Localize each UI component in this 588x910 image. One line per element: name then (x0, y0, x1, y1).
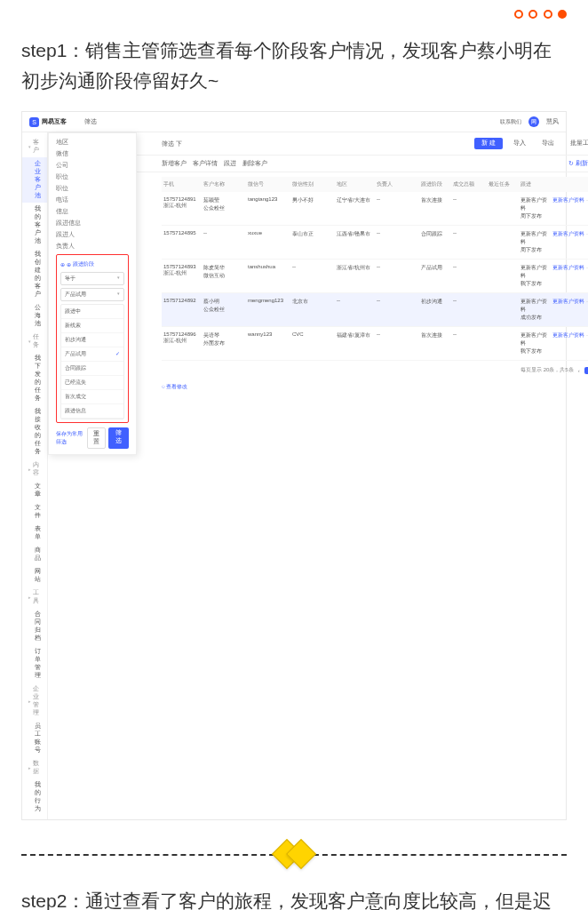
table-cell: 更新客户资料周下发布 (519, 226, 551, 259)
apply-filter-button[interactable]: 筛 选 (108, 427, 129, 449)
sidebar-group[interactable]: 工具 (22, 587, 47, 608)
sidebar-item[interactable]: 企业客户池 (22, 157, 47, 203)
table-cell (487, 259, 519, 293)
sidebar-item[interactable]: 员工账号 (22, 720, 47, 757)
stage-option[interactable]: 新线索 (61, 319, 123, 333)
user-name: 慧风 (546, 117, 559, 126)
filter-field[interactable]: 职位 (56, 185, 129, 193)
table-cell: 福建省/厦漳市 (335, 327, 375, 361)
sidebar-item[interactable]: 文章 (22, 480, 47, 501)
table-cell: 15757124895 (162, 226, 202, 259)
refresh-list-link[interactable]: 刷新列表 (568, 160, 588, 168)
stage-option[interactable]: 跟进中 (61, 305, 123, 319)
filter-field[interactable]: 地区 (56, 139, 129, 147)
filter-field[interactable]: 跟进人 (56, 231, 129, 239)
save-filter-link[interactable]: 保存为常用筛选 (56, 430, 83, 446)
stage-value-select[interactable]: 产品试用 (60, 288, 124, 301)
toolbar-item[interactable]: 新增客户 (162, 159, 187, 168)
table-cell: 15757124896浙江-杭州 (162, 327, 202, 361)
stage-option[interactable]: 跟进信息 (61, 404, 123, 419)
sidebar-item[interactable]: 合同归档 (22, 608, 47, 645)
table-cell: -- (375, 293, 419, 327)
filter-field[interactable]: 职位 (56, 173, 129, 181)
table-cell: 江西省/赣果市 (335, 226, 375, 259)
table-cell: 更新客户资料我下发布 (519, 259, 551, 293)
breadcrumb-filter[interactable]: 筛选 下 (162, 140, 182, 148)
sidebar-item[interactable]: 商品 (22, 544, 47, 565)
table-cell: tanshushua (246, 259, 290, 293)
contact-us-link[interactable]: 联系我们 (500, 118, 521, 126)
table-cell: -- (451, 192, 487, 226)
table-cell: 男小不好 (290, 192, 335, 226)
reset-button[interactable]: 重置 (87, 427, 106, 449)
filter-field[interactable]: 微信 (56, 150, 129, 158)
row-action-link[interactable]: 更新客户资料 (552, 197, 584, 203)
app-topbar: S 网易互客 筛选 联系我们 网 慧风 (22, 112, 566, 132)
stage-option[interactable]: 合同跟踪 (61, 362, 123, 376)
sidebar-item[interactable]: 表单 (22, 523, 47, 544)
table-cell: -- (202, 226, 246, 259)
table-cell: -- (375, 226, 419, 259)
table-cell: -- (375, 259, 419, 293)
pager-prev[interactable]: ‹ (578, 368, 580, 373)
table-cell: -- (290, 259, 335, 293)
sidebar-item[interactable]: 公海池 (22, 301, 47, 331)
sidebar-item[interactable]: 我下发的任务 (22, 352, 47, 405)
new-button[interactable]: 新 建 (474, 138, 503, 149)
sidebar-item[interactable]: 网站 (22, 565, 47, 587)
box-title: ⊕跟进阶段 (60, 260, 124, 268)
row-action-link[interactable]: 更新客户资料 (552, 299, 584, 304)
stage-option[interactable]: 首次成交 (61, 390, 123, 404)
table-header: 手机 (162, 177, 202, 192)
filter-field[interactable]: 负责人 (56, 243, 129, 251)
user-avatar-icon[interactable]: 网 (528, 116, 539, 127)
sidebar-item[interactable]: 我的客户池 (22, 203, 47, 248)
filter-field[interactable]: 公司 (56, 162, 129, 170)
toolbar-item[interactable]: 客户详情 (193, 159, 218, 168)
sidebar-group[interactable]: 客户 (22, 136, 47, 157)
toolbar-item[interactable]: 删除客户 (242, 159, 267, 168)
table-header: 地区 (335, 177, 375, 192)
table-cell: 合同跟踪 (419, 226, 451, 259)
table-cell: -- (451, 259, 487, 293)
table-cell: 更新客户资料 ⋯ (551, 192, 588, 226)
table-cell: -- (375, 192, 419, 226)
sidebar-group[interactable]: 任务 (22, 331, 47, 352)
pager-info: 每页显示 20条，共5条 (520, 366, 574, 374)
operator-select[interactable]: 等于 (60, 272, 124, 285)
sidebar-item[interactable]: 订单管理 (22, 645, 47, 682)
sidebar-group[interactable]: 内容 (22, 459, 47, 480)
filter-field[interactable]: 电话 (56, 196, 129, 204)
table-cell: mengmeng123 (246, 293, 290, 327)
batch-tools-button[interactable]: 批量工具 (565, 138, 588, 149)
table-cell: -- (451, 327, 487, 361)
sidebar-group[interactable]: 企业管理 (22, 682, 47, 720)
pager-page[interactable]: 1 (584, 367, 588, 374)
row-action-link[interactable]: 更新客户资料 (552, 231, 584, 236)
table-cell: -- (451, 293, 487, 327)
filter-field[interactable]: 信息 (56, 208, 129, 216)
import-button[interactable]: 导入 (508, 138, 531, 149)
sidebar-item[interactable]: 文件 (22, 501, 47, 523)
table-cell (487, 293, 519, 327)
table-header: 最近任务 (487, 177, 519, 192)
sidebar-item[interactable]: 我创建的客户 (22, 248, 47, 301)
sidebar-item[interactable]: 我的行为 (22, 778, 47, 816)
stage-option[interactable]: 初步沟通 (61, 333, 123, 347)
filter-field[interactable]: 跟进信息 (56, 220, 129, 228)
dot (528, 10, 537, 19)
table-header: 微信号 (246, 177, 290, 192)
row-action-link[interactable]: 更新客户资料 (552, 332, 584, 338)
row-action-link[interactable]: 更新客户资料 (552, 265, 584, 270)
table-cell: xuxue (246, 226, 290, 259)
app-logo[interactable]: S 网易互客 (29, 117, 67, 127)
toolbar-item[interactable]: 跟进 (224, 159, 236, 168)
sidebar-item[interactable]: 我接收的任务 (22, 405, 47, 459)
table-cell: 15757124891浙江-杭州 (162, 192, 202, 226)
table-cell: -- (335, 293, 375, 327)
sidebar-group[interactable]: 数据 (22, 757, 47, 778)
stage-option[interactable]: 已经流失 (61, 376, 123, 390)
export-button[interactable]: 导出 (536, 138, 560, 149)
table-cell: 15757124893浙江-杭州 (162, 259, 202, 293)
stage-option[interactable]: 产品试用 (61, 347, 123, 362)
